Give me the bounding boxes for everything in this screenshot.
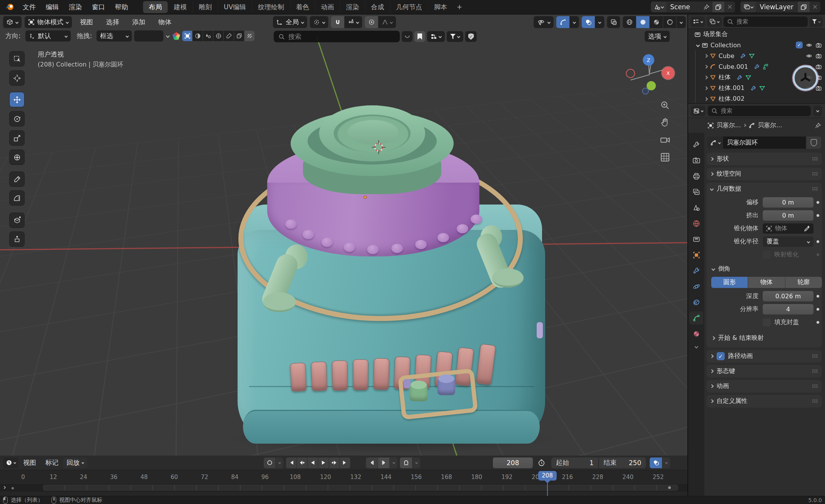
row-cylinder-002[interactable]: 柱体.002 <box>688 93 825 103</box>
tab-curve-data[interactable] <box>689 311 703 324</box>
fill-caps-checkbox[interactable] <box>763 318 771 326</box>
copy-toggle[interactable] <box>234 31 244 41</box>
scene-browse-button[interactable] <box>651 2 666 12</box>
map-taper-checkbox[interactable] <box>763 251 771 259</box>
droplets-toggle[interactable] <box>203 31 213 41</box>
tool-measure[interactable] <box>9 190 25 206</box>
model-pipe-right-flange[interactable] <box>492 268 524 288</box>
tab-view-layer[interactable] <box>689 185 703 198</box>
model-button[interactable] <box>353 359 368 390</box>
tab-object[interactable] <box>689 248 703 261</box>
outliner-filter-dropdown[interactable] <box>810 17 823 27</box>
taper-object-field[interactable]: 物体 <box>763 223 813 234</box>
panel-custom-props-header[interactable]: 自定义属性 <box>707 395 822 408</box>
model-knob-blue[interactable] <box>437 378 455 395</box>
model-knob-green[interactable] <box>410 384 427 401</box>
chevron-down-icon[interactable] <box>166 34 170 38</box>
pin-icon[interactable] <box>815 122 821 129</box>
curve-data-browse-button[interactable] <box>707 136 723 149</box>
viewport-3d[interactable]: 物体模式 视图 选择 添加 物体 全局 <box>0 15 687 456</box>
camera-view-icon[interactable] <box>660 135 670 145</box>
empty-dropdown[interactable] <box>134 30 163 42</box>
tab-compositing[interactable]: 合成 <box>365 1 390 13</box>
animate-dot[interactable] <box>813 321 822 324</box>
zoom-view-icon[interactable] <box>660 100 670 111</box>
extrude-field[interactable]: 0 m <box>763 210 813 221</box>
jump-to-start-button[interactable] <box>286 457 296 468</box>
disclosure-triangle[interactable] <box>704 97 708 101</box>
current-frame-field[interactable]: 208 <box>493 457 533 468</box>
shading-rendered-button[interactable] <box>663 16 676 28</box>
tool-annotate[interactable] <box>9 171 25 187</box>
filter-dropdown[interactable] <box>447 31 463 42</box>
viewlayer-remove-button[interactable]: ✕ <box>810 3 820 11</box>
tab-rendering[interactable]: 渲染 <box>340 1 365 13</box>
tab-geometry-nodes[interactable]: 几何节点 <box>390 1 428 13</box>
editor-divider[interactable] <box>687 14 688 496</box>
step-dropdown[interactable] <box>390 457 398 468</box>
vp-menu-add[interactable]: 添加 <box>127 16 150 28</box>
pin-icon[interactable] <box>703 4 710 10</box>
row-cube[interactable]: Cube <box>688 50 825 61</box>
direction-dropdown[interactable]: 默认 <box>25 30 71 42</box>
step-back-button[interactable] <box>366 457 378 468</box>
tab-world[interactable] <box>689 217 703 230</box>
panel-drag-grip[interactable] <box>812 399 818 403</box>
tab-modifiers[interactable] <box>689 264 703 277</box>
viewlayer-new-button[interactable] <box>797 2 810 12</box>
panel-animation-header[interactable]: 动画 <box>707 380 822 393</box>
viewlayer-name[interactable]: ViewLayer <box>756 3 797 11</box>
gizmo-y-neg-axis[interactable] <box>642 88 649 95</box>
bevel-object-tab[interactable]: 物体 <box>748 277 785 288</box>
disclosure-triangle[interactable] <box>704 75 708 79</box>
stopwatch-icon[interactable] <box>537 459 546 467</box>
drag-dropdown[interactable]: 框选 <box>96 30 132 42</box>
tab-modeling[interactable]: 建模 <box>168 1 193 13</box>
properties-search-input[interactable]: 搜索 <box>708 106 811 116</box>
collection-checkbox[interactable]: ✓ <box>796 42 803 48</box>
shading-dropdown[interactable] <box>677 16 686 28</box>
hide-eye-toggle[interactable] <box>806 42 812 48</box>
panel-drag-grip[interactable] <box>812 172 818 176</box>
render-camera-toggle[interactable] <box>815 42 822 48</box>
animate-dot[interactable] <box>813 240 822 243</box>
tab-texture-paint[interactable]: 纹理绘制 <box>252 1 290 13</box>
xray-toggle[interactable] <box>607 16 620 28</box>
animate-dot[interactable] <box>813 201 822 204</box>
shading-material-button[interactable] <box>650 16 663 28</box>
properties-options-dropdown[interactable] <box>813 106 822 116</box>
mode-dropdown[interactable]: 物体模式 <box>25 16 72 28</box>
timeline-menu-marker[interactable]: 标记 <box>41 457 63 469</box>
render-camera-toggle[interactable] <box>815 53 822 59</box>
tab-tool[interactable] <box>689 138 703 151</box>
breadcrumb-object[interactable]: 贝塞尔... <box>717 121 741 130</box>
panel-drag-grip[interactable] <box>812 384 818 388</box>
viewlayer-browse-button[interactable] <box>740 2 756 12</box>
brush-toggle[interactable] <box>224 31 234 41</box>
loop-toggle[interactable] <box>400 457 412 468</box>
auto-keying-toggle[interactable] <box>264 457 275 468</box>
outliner-search-input[interactable]: 搜索 <box>724 17 808 27</box>
tab-material[interactable] <box>689 327 703 340</box>
proportional-editing-toggle[interactable] <box>365 16 378 28</box>
step-forward-button[interactable] <box>378 457 389 468</box>
vp-menu-object[interactable]: 物体 <box>153 16 176 28</box>
gizmo-z-axis[interactable]: Z <box>643 54 654 66</box>
menu-render[interactable]: 渲染 <box>64 1 87 13</box>
model-button[interactable] <box>373 358 389 390</box>
tool-search-input[interactable]: 搜索 <box>274 31 400 42</box>
tool-extrude[interactable] <box>9 231 25 247</box>
tool-cursor[interactable] <box>9 70 25 86</box>
bookmark-button[interactable] <box>414 31 425 42</box>
snap-toggle[interactable] <box>331 16 344 28</box>
bevel-subpanel-header[interactable]: 倒角 <box>707 262 822 275</box>
annotate-lines-toggle[interactable] <box>245 31 254 41</box>
ortho-toggle-icon[interactable] <box>660 152 670 163</box>
menu-file[interactable]: 文件 <box>18 1 41 13</box>
timeline-ruler[interactable]: 208 012243648607284961081201321441561681… <box>0 470 687 484</box>
globe-toggle[interactable] <box>213 31 223 41</box>
disclosure-triangle[interactable] <box>704 65 708 68</box>
panel-geometry-header[interactable]: 几何数据 <box>707 183 822 195</box>
menu-edit[interactable]: 编辑 <box>41 1 64 13</box>
prev-keyframe-button[interactable] <box>297 457 307 468</box>
